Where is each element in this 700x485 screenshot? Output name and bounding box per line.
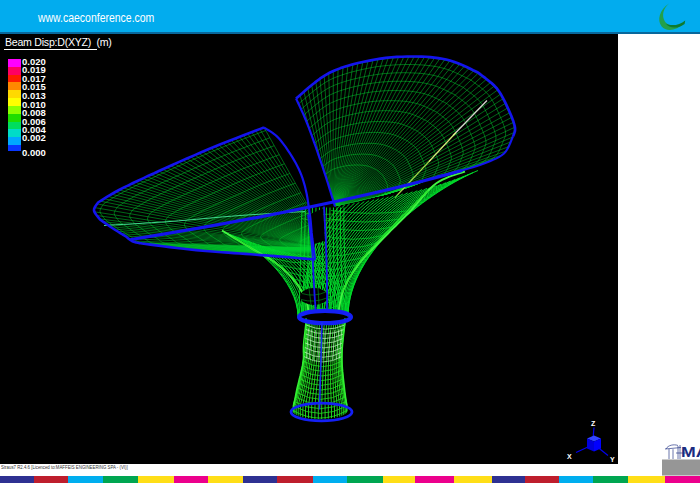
svg-text:Z: Z bbox=[591, 419, 596, 426]
svg-text:MA: MA bbox=[681, 444, 700, 460]
svg-text:Y: Y bbox=[610, 455, 615, 462]
svg-text:X: X bbox=[567, 452, 572, 459]
